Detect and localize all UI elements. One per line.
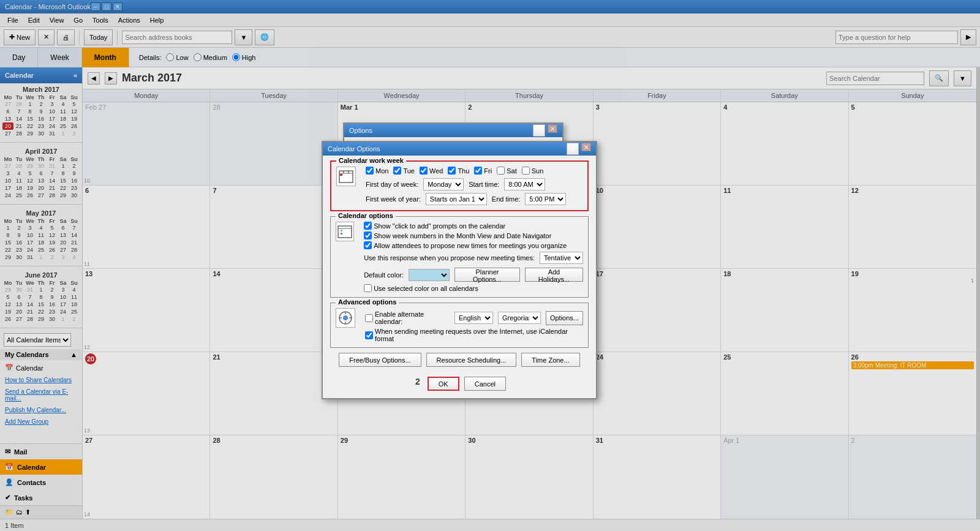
cal-options-body: Calendar work week Mon Tue [323, 156, 596, 372]
default-color-label: Default color: [364, 271, 404, 279]
first-day-row: First day of week: Monday Start time: 8:… [366, 178, 582, 190]
checkbox-click-add[interactable]: Show "click to add" prompts on the calen… [364, 222, 583, 230]
color-select[interactable] [409, 269, 450, 281]
checkbox-mon[interactable]: Mon [366, 167, 388, 175]
checkbox-wed[interactable]: Wed [420, 167, 443, 175]
response-row: Use this response when you propose new m… [364, 252, 583, 264]
resource-scheduling-button[interactable]: Resource Scheduling... [426, 353, 517, 367]
cal-options-cancel-button[interactable]: Cancel [464, 377, 506, 391]
advanced-section-label: Advanced options [336, 298, 399, 306]
start-time-select[interactable]: 8:00 AM [504, 178, 545, 190]
advanced-buttons-row: Free/Busy Options... Resource Scheduling… [330, 353, 589, 367]
cal-options-ok-button[interactable]: OK [428, 377, 459, 391]
svg-point-10 [343, 315, 348, 320]
workweek-section-label: Calendar work week [336, 157, 406, 164]
checkbox-sat[interactable]: Sat [497, 167, 517, 175]
workweek-icon [336, 167, 356, 186]
cal-options-dialog: Calendar Options ? ✕ Calendar work week [322, 141, 597, 399]
response-select[interactable]: Tentative [540, 252, 583, 264]
svg-rect-5 [338, 226, 352, 238]
cal-options-dialog-buttons: 2 OK Cancel [323, 372, 596, 398]
svg-rect-7 [341, 230, 342, 232]
svg-rect-4 [340, 174, 342, 176]
planner-options-button[interactable]: Planner Options... [454, 268, 520, 282]
checkbox-attendees[interactable]: Allow attendees to propose new times for… [364, 241, 583, 249]
checkbox-week-nums[interactable]: Show week numbers in the Month View and … [364, 232, 583, 239]
free-busy-button[interactable]: Free/Busy Options... [339, 353, 421, 367]
options-help-button[interactable]: ? [533, 124, 545, 137]
cal-options-section: Calendar options Show "click to add" pro… [330, 216, 589, 298]
first-week-select[interactable]: Starts on Jan 1 [426, 193, 487, 205]
alt-cal-lang-select[interactable]: English [454, 312, 493, 324]
workweek-days: Mon Tue Wed Thu Fri Sat Sun [366, 167, 582, 175]
workweek-section: Calendar work week Mon Tue [330, 160, 589, 211]
checkbox-sun[interactable]: Sun [522, 167, 544, 175]
checkbox-thu[interactable]: Thu [448, 167, 469, 175]
cal-options-icon [336, 222, 354, 241]
checkbox-use-color[interactable]: Use selected color on all calendars [364, 284, 583, 292]
svg-rect-0 [339, 171, 353, 183]
number-2-label: 2 [413, 377, 423, 391]
cal-options-dialog-title: Calendar Options ? ✕ [323, 142, 596, 156]
end-time-select[interactable]: 5:00 PM [525, 193, 566, 205]
alt-cal-type-select[interactable]: Gregorian [498, 312, 541, 324]
add-holidays-button[interactable]: Add Holidays... [525, 268, 583, 282]
checkbox-tue[interactable]: Tue [393, 167, 415, 175]
checkbox-alt-cal[interactable]: Enable alternate calendar: [365, 311, 450, 325]
color-row: Default color: Planner Options... Add Ho… [364, 268, 583, 282]
cal-options-help-button[interactable]: ? [567, 143, 579, 155]
alt-cal-options-button[interactable]: Options... [546, 311, 583, 325]
advanced-icon [336, 308, 355, 328]
cal-options-close-button[interactable]: ✕ [581, 143, 591, 151]
advanced-section: Advanced options Enable alternate calend… [330, 303, 589, 348]
end-time-label: End time: [492, 195, 520, 203]
first-week-label: First week of year: [366, 195, 421, 203]
alt-cal-row: Enable alternate calendar: English Grego… [365, 311, 583, 325]
first-day-label: First day of week: [366, 181, 418, 188]
checkbox-icalendar[interactable]: When sending meeting requests over the I… [365, 328, 583, 342]
options-close-button[interactable]: ✕ [548, 124, 557, 133]
start-time-label: Start time: [469, 181, 499, 188]
response-label: Use this response when you propose new m… [364, 254, 535, 262]
options-dialog-title: Options ? ✕ [344, 124, 562, 137]
first-day-select[interactable]: Monday [423, 178, 464, 190]
svg-rect-8 [341, 233, 342, 235]
cal-options-section-label: Calendar options [336, 212, 396, 219]
first-week-row: First week of year: Starts on Jan 1 End … [366, 193, 582, 205]
checkbox-fri[interactable]: Fri [474, 167, 492, 175]
timezone-button[interactable]: Time Zone... [521, 353, 579, 367]
